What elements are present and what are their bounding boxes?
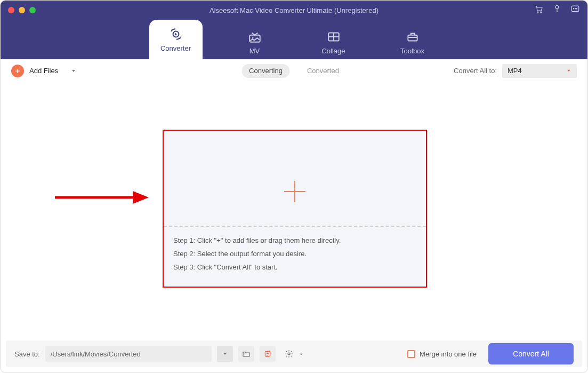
save-to-label: Save to: <box>14 350 40 358</box>
svg-marker-8 <box>174 33 176 35</box>
app-window: Aiseesoft Mac Video Converter Ultimate (… <box>0 0 588 373</box>
plus-icon <box>11 65 24 77</box>
cart-icon[interactable] <box>534 4 544 16</box>
tab-collage[interactable]: Collage <box>307 25 360 59</box>
settings-dropdown[interactable] <box>299 349 303 359</box>
svg-rect-12 <box>408 35 417 41</box>
svg-point-10 <box>252 37 253 38</box>
step-text: Step 2: Select the output format you des… <box>173 250 416 258</box>
settings-group <box>281 346 303 362</box>
feedback-icon[interactable] <box>570 4 580 16</box>
merge-label: Merge into one file <box>420 350 477 358</box>
tab-converter[interactable]: Converter <box>149 20 203 59</box>
toolbar: Add Files Converting Converted Convert A… <box>1 59 587 83</box>
settings-button[interactable] <box>281 346 297 362</box>
main-nav: Converter MV Collage Toolbox <box>1 20 587 59</box>
svg-text:ON: ON <box>266 355 269 358</box>
svg-marker-14 <box>133 191 149 204</box>
tab-mv[interactable]: MV <box>228 25 281 59</box>
app-title: Aiseesoft Mac Video Converter Ultimate (… <box>1 6 587 14</box>
tab-label: MV <box>249 47 260 55</box>
svg-point-5 <box>575 9 575 9</box>
maximize-window-button[interactable] <box>29 7 36 13</box>
titlebar: Aiseesoft Mac Video Converter Ultimate (… <box>1 1 587 20</box>
drop-plus-icon <box>282 179 308 207</box>
convert-all-button[interactable]: Convert All <box>488 343 574 364</box>
convert-all-label: Convert All <box>513 350 549 358</box>
add-files-label: Add Files <box>29 67 58 75</box>
tab-label: Collage <box>321 47 345 55</box>
bottom-bar: Save to: /Users/link/Movies/Converted ON… <box>6 340 582 367</box>
step-text: Step 3: Click "Convert All" to start. <box>173 263 416 271</box>
svg-point-18 <box>288 353 290 355</box>
convert-all-to-label: Convert All to: <box>454 67 497 75</box>
svg-point-4 <box>573 9 574 9</box>
svg-point-2 <box>555 5 559 9</box>
window-controls <box>1 7 36 13</box>
svg-point-6 <box>576 9 577 9</box>
drop-zone[interactable]: Step 1: Click "+" to add files or drag t… <box>163 130 427 288</box>
titlebar-right-icons <box>534 1 580 20</box>
save-path-dropdown[interactable] <box>217 346 233 362</box>
svg-point-17 <box>267 353 268 354</box>
minimize-window-button[interactable] <box>19 7 25 13</box>
add-files-button[interactable]: Add Files <box>11 65 76 77</box>
main-area: Step 1: Click "+" to add files or drag t… <box>6 83 582 336</box>
output-format-select[interactable]: MP4 <box>502 64 577 78</box>
tab-toolbox[interactable]: Toolbox <box>386 25 439 59</box>
step-text: Step 1: Click "+" to add files or drag t… <box>173 236 416 244</box>
key-icon[interactable] <box>552 4 562 16</box>
chevron-down-icon <box>566 67 571 75</box>
tab-converting[interactable]: Converting <box>241 64 290 78</box>
checkbox-icon <box>407 350 415 358</box>
hw-accel-button[interactable]: ON <box>260 346 276 362</box>
annotation-arrow-icon <box>54 187 150 208</box>
tab-label: Toolbox <box>400 47 424 55</box>
merge-checkbox[interactable]: Merge into one file <box>407 350 477 358</box>
add-files-dropdown[interactable] <box>71 68 76 74</box>
svg-point-1 <box>541 12 542 13</box>
save-path-field[interactable]: /Users/link/Movies/Converted <box>45 346 212 362</box>
open-folder-button[interactable] <box>238 346 254 362</box>
svg-point-0 <box>537 12 538 13</box>
format-selected-value: MP4 <box>508 67 522 75</box>
save-path-value: /Users/link/Movies/Converted <box>51 350 141 358</box>
instructions: Step 1: Click "+" to add files or drag t… <box>173 236 416 271</box>
divider <box>164 226 426 227</box>
tab-label: Converter <box>160 44 191 52</box>
tab-converted[interactable]: Converted <box>300 64 347 78</box>
convert-all-to-group: Convert All to: MP4 <box>454 64 577 78</box>
close-window-button[interactable] <box>8 7 14 13</box>
status-tabs: Converting Converted <box>241 64 347 78</box>
